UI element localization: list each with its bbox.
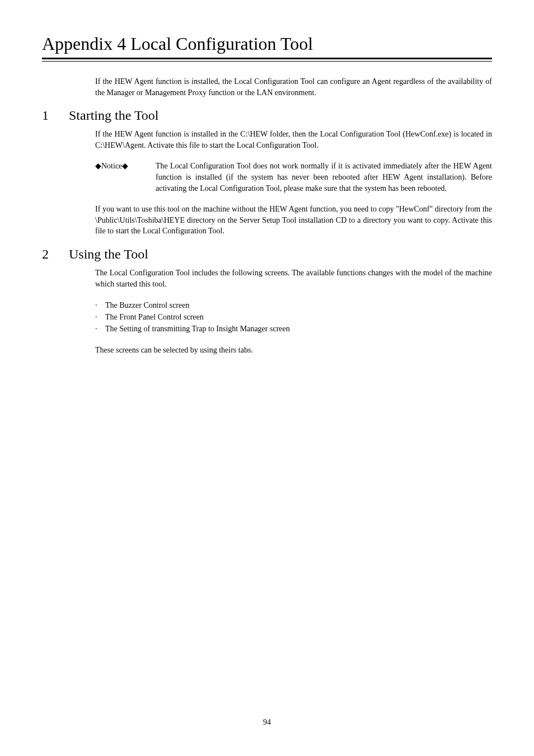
bullet-icon: · [95,323,105,335]
diamond-icon: ◆ [95,161,101,170]
section-1-number: 1 [42,108,69,123]
bullet-icon: · [95,311,105,323]
section-1-para-1: If the HEW Agent function is installed i… [95,129,492,151]
notice-body: The Local Configuration Tool does not wo… [156,161,492,194]
diamond-icon: ◆ [122,161,128,170]
section-2-heading: 2 Using the Tool [42,247,492,262]
bullet-list: · The Buzzer Control screen · The Front … [95,299,492,335]
page-title: Appendix 4 Local Configuration Tool [42,34,492,54]
section-2-number: 2 [42,247,69,262]
notice-label: ◆Notice◆ [95,161,156,194]
section-1-heading: 1 Starting the Tool [42,108,492,123]
page-number: 94 [0,718,534,727]
list-item: · The Front Panel Control screen [95,311,492,323]
section-2-title: Using the Tool [69,247,148,262]
section-2-para-2: These screens can be selected by using t… [95,345,492,356]
bullet-text: The Setting of transmitting Trap to Insi… [105,323,290,335]
bullet-icon: · [95,299,105,311]
section-1-para-2: If you want to use this tool on the mach… [95,204,492,237]
notice-text: Notice [101,162,122,170]
intro-paragraph: If the HEW Agent function is installed, … [95,76,492,98]
list-item: · The Buzzer Control screen [95,299,492,311]
title-rule [42,58,492,62]
page: Appendix 4 Local Configuration Tool If t… [0,0,534,756]
section-2-para-1: The Local Configuration Tool includes th… [95,267,492,289]
bullet-text: The Front Panel Control screen [105,311,204,323]
bullet-text: The Buzzer Control screen [105,299,189,311]
notice-block: ◆Notice◆ The Local Configuration Tool do… [95,161,492,194]
section-1-title: Starting the Tool [69,108,159,123]
list-item: · The Setting of transmitting Trap to In… [95,323,492,335]
